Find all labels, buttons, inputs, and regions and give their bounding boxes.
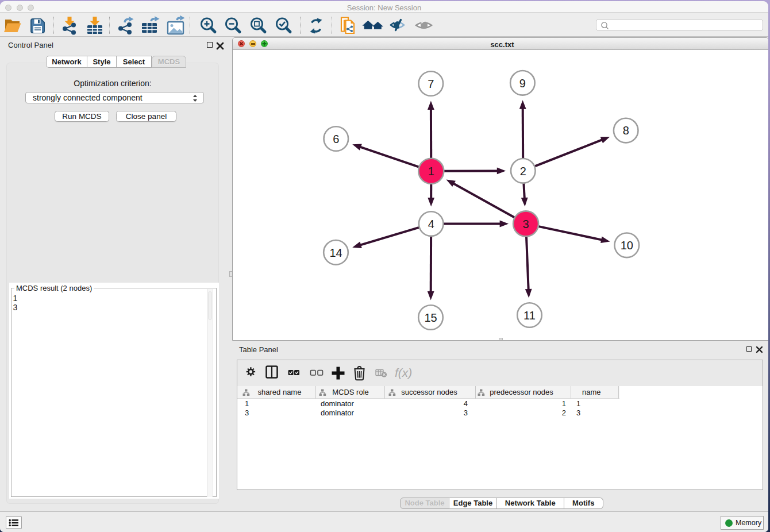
svg-text:10: 10 xyxy=(621,239,633,252)
svg-text:1: 1 xyxy=(428,165,434,178)
svg-text:8: 8 xyxy=(623,124,629,137)
svg-text:11: 11 xyxy=(523,309,536,322)
svg-text:2: 2 xyxy=(520,165,526,178)
svg-text:f(x): f(x) xyxy=(395,366,412,379)
svg-text:6: 6 xyxy=(333,133,339,145)
svg-text:15: 15 xyxy=(424,311,437,324)
svg-text:9: 9 xyxy=(519,77,526,90)
svg-text:14: 14 xyxy=(329,246,342,259)
svg-text:4: 4 xyxy=(428,218,434,230)
svg-text:3: 3 xyxy=(523,218,529,230)
svg-text:7: 7 xyxy=(428,78,434,90)
